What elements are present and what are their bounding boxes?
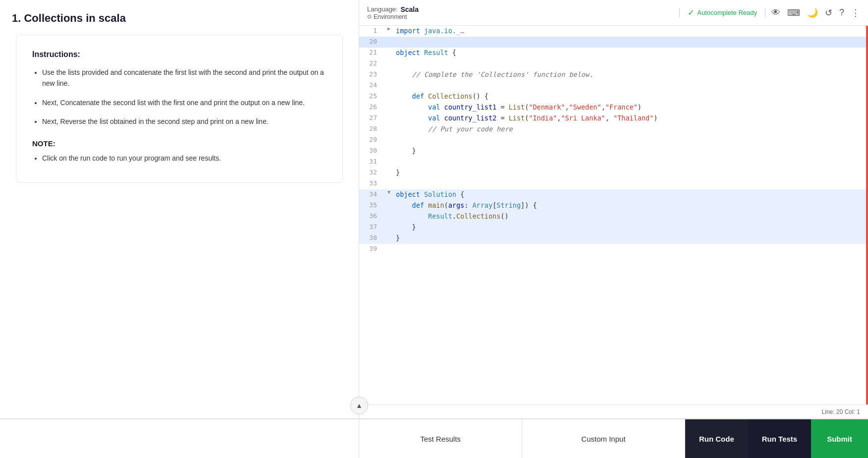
code-line: 1 ▶ import java.io._… xyxy=(359,26,868,37)
code-line: 32 } xyxy=(359,168,868,178)
left-panel: 1. Collections in scala Instructions: Us… xyxy=(0,0,359,418)
tab-test-results[interactable]: Test Results xyxy=(359,419,522,458)
code-line: 21 object Result { xyxy=(359,48,868,58)
moon-icon[interactable]: 🌙 xyxy=(807,7,818,18)
more-icon[interactable]: ⋮ xyxy=(851,7,860,18)
run-code-button[interactable]: Run Code xyxy=(685,419,748,458)
fold-arrow[interactable]: ▼ xyxy=(387,189,390,195)
check-icon: ✓ xyxy=(688,8,694,17)
bottom-action-bar: Test Results Custom Input Run Code Run T… xyxy=(0,418,868,458)
code-line: 25 def Collections() { xyxy=(359,91,868,102)
environment-label: ⊙ Environment xyxy=(367,13,673,20)
help-icon[interactable]: ? xyxy=(839,7,844,18)
code-line: 26 val country_list1 = List("Denmark","S… xyxy=(359,102,868,113)
tab-custom-input[interactable]: Custom Input xyxy=(522,419,685,458)
code-line: 23 // Complete the 'Collections' functio… xyxy=(359,69,868,80)
code-line: 31 xyxy=(359,157,868,168)
list-item: Next, Reverse the list obtained in the s… xyxy=(42,116,326,127)
code-line: 24 xyxy=(359,80,868,91)
code-line: 35 def main(args: Array[String]) { xyxy=(359,200,868,211)
list-item: Use the lists provided and concatenate t… xyxy=(42,67,326,89)
note-list: Click on the run code to run your progra… xyxy=(32,153,326,164)
list-item: Next, Concatenate the second list with t… xyxy=(42,97,326,108)
code-line: 34 ▼ object Solution { xyxy=(359,189,868,200)
code-line: 37 } xyxy=(359,222,868,233)
code-line: 20 xyxy=(359,37,868,48)
submit-button[interactable]: Submit xyxy=(811,419,868,458)
code-line: 30 } xyxy=(359,146,868,157)
instructions-heading: Instructions: xyxy=(32,50,326,59)
autocomplete-badge: ✓ Autocomplete Ready xyxy=(679,8,765,17)
history-icon[interactable]: ↺ xyxy=(825,7,832,18)
editor-toolbar: Language: Scala ⊙ Environment ✓ Autocomp… xyxy=(359,0,868,26)
code-line: 33 xyxy=(359,178,868,189)
instruction-card: Instructions: Use the lists provided and… xyxy=(16,35,343,183)
right-panel: Language: Scala ⊙ Environment ✓ Autocomp… xyxy=(359,0,868,418)
code-line: 27 val country_list2 = List("India","Sri… xyxy=(359,113,868,124)
editor-status: Line: 20 Col: 1 xyxy=(359,404,868,418)
code-lines: 1 ▶ import java.io._… 20 21 object Resul… xyxy=(359,26,868,255)
fold-arrow[interactable]: ▶ xyxy=(387,26,390,31)
note-heading: NOTE: xyxy=(32,139,326,148)
error-marker xyxy=(866,26,868,404)
language-value: Scala xyxy=(400,5,419,13)
code-line: 36 Result.Collections() xyxy=(359,211,868,222)
code-line: 38 } xyxy=(359,233,868,244)
page-title: 1. Collections in scala xyxy=(12,12,347,25)
code-line: 29 xyxy=(359,135,868,146)
code-line: 39 xyxy=(359,244,868,255)
list-item: Click on the run code to run your progra… xyxy=(42,153,326,164)
code-editor[interactable]: 1 ▶ import java.io._… 20 21 object Resul… xyxy=(359,26,868,404)
language-info: Language: Scala ⊙ Environment xyxy=(367,5,673,20)
run-tests-button[interactable]: Run Tests xyxy=(748,419,811,458)
instructions-list: Use the lists provided and concatenate t… xyxy=(32,67,326,127)
language-label: Language: xyxy=(367,5,397,13)
eye-icon[interactable]: 👁 xyxy=(771,7,780,18)
code-line: 28 // Put your code here xyxy=(359,124,868,135)
code-line: 22 xyxy=(359,58,868,69)
bottom-right: Test Results Custom Input Run Code Run T… xyxy=(359,419,868,458)
scroll-center-button[interactable]: ▲ xyxy=(350,397,368,414)
left-content: 1. Collections in scala Instructions: Us… xyxy=(0,0,359,418)
toolbar-icons: 👁 ⌨ 🌙 ↺ ? ⋮ xyxy=(771,7,860,18)
keyboard-icon[interactable]: ⌨ xyxy=(787,7,800,18)
bottom-left xyxy=(0,419,359,458)
